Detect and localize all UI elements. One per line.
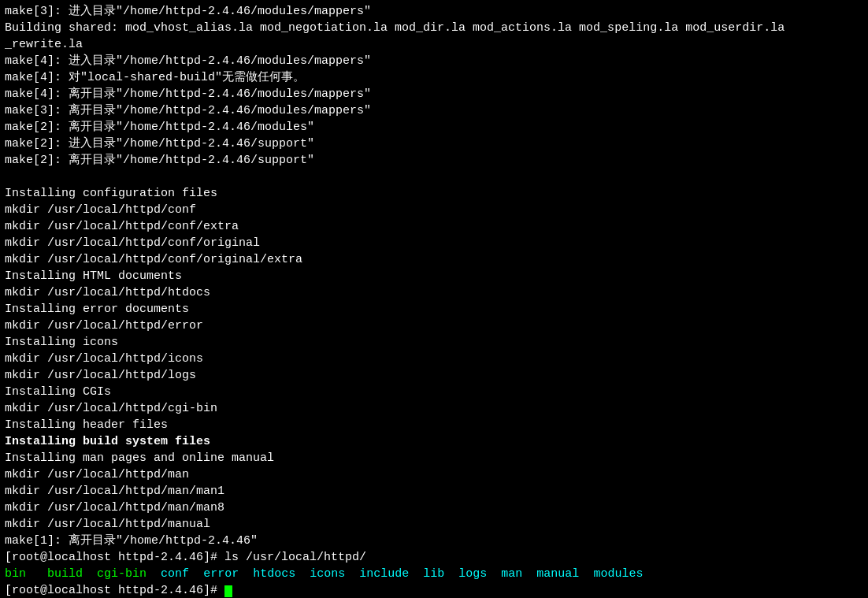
output-line-17: mkdir /usr/local/httpd/htdocs [5, 284, 863, 301]
ls-item-error: error [203, 567, 239, 581]
prompt-line[interactable]: [root@localhost httpd-2.4.46]# [5, 582, 863, 598]
ls-output-line: bin build cgi-bin conf error htdocs icon… [5, 566, 863, 582]
output-line-22: mkdir /usr/local/httpd/logs [5, 367, 863, 384]
prompt-text: [root@localhost httpd-2.4.46]# [5, 584, 224, 597]
ls-item-manual: manual [536, 567, 579, 581]
output-line-23: Installing CGIs [5, 384, 863, 400]
output-line-31: mkdir /usr/local/httpd/manual [5, 516, 863, 533]
output-line-9: make[2]: 进入目录"/home/httpd-2.4.46/support… [5, 136, 863, 152]
output-line-6: make[4]: 离开目录"/home/httpd-2.4.46/modules… [5, 86, 863, 102]
output-line-10: make[2]: 离开目录"/home/httpd-2.4.46/support… [5, 152, 863, 169]
ls-item-include: include [359, 567, 409, 581]
ls-item-bin: bin [5, 567, 26, 581]
output-line-1: make[3]: 进入目录"/home/httpd-2.4.46/modules… [5, 3, 863, 20]
output-line-3: _rewrite.la [5, 36, 863, 53]
output-line-21: mkdir /usr/local/httpd/icons [5, 351, 863, 367]
ls-item-conf: conf [161, 567, 189, 581]
output-line-5: make[4]: 对"local-shared-build"无需做任何事。 [5, 69, 863, 86]
ls-item-htdocs: htdocs [253, 567, 295, 581]
ls-item-logs: logs [458, 567, 487, 581]
output-line-11: Installing configuration files [5, 185, 863, 202]
output-line-33: [root@localhost httpd-2.4.46]# ls /usr/l… [5, 549, 863, 566]
output-line-8: make[2]: 离开目录"/home/httpd-2.4.46/modules… [5, 119, 863, 136]
output-line-blank [5, 169, 863, 185]
output-line-32: make[1]: 离开目录"/home/httpd-2.4.46" [5, 533, 863, 549]
output-line-14: mkdir /usr/local/httpd/conf/original [5, 235, 863, 251]
cursor [224, 585, 232, 597]
output-line-29: mkdir /usr/local/httpd/man/man1 [5, 483, 863, 500]
output-line-30: mkdir /usr/local/httpd/man/man8 [5, 500, 863, 516]
ls-item-lib: lib [423, 567, 444, 581]
output-line-2: Building shared: mod_vhost_alias.la mod_… [5, 20, 863, 36]
ls-item-icons: icons [310, 567, 345, 581]
ls-item-modules: modules [593, 567, 643, 581]
output-line-15: mkdir /usr/local/httpd/conf/original/ext… [5, 251, 863, 268]
output-line-24: mkdir /usr/local/httpd/cgi-bin [5, 400, 863, 417]
output-line-12: mkdir /usr/local/httpd/conf [5, 202, 863, 218]
output-line-25: Installing header files [5, 417, 863, 433]
output-line-7: make[3]: 离开目录"/home/httpd-2.4.46/modules… [5, 102, 863, 119]
output-line-28: mkdir /usr/local/httpd/man [5, 466, 863, 483]
output-line-27: Installing man pages and online manual [5, 450, 863, 466]
ls-item-build: build [47, 567, 83, 581]
output-line-19: mkdir /usr/local/httpd/error [5, 318, 863, 334]
output-line-18: Installing error documents [5, 301, 863, 318]
output-line-26: Installing build system files [5, 433, 863, 450]
ls-item-cgi-bin: cgi-bin [97, 567, 147, 581]
output-line-16: Installing HTML documents [5, 268, 863, 284]
output-line-4: make[4]: 进入目录"/home/httpd-2.4.46/modules… [5, 53, 863, 69]
output-line-20: Installing icons [5, 334, 863, 351]
ls-item-man: man [501, 567, 522, 581]
output-line-13: mkdir /usr/local/httpd/conf/extra [5, 218, 863, 235]
terminal: make[3]: 进入目录"/home/httpd-2.4.46/modules… [0, 0, 868, 598]
